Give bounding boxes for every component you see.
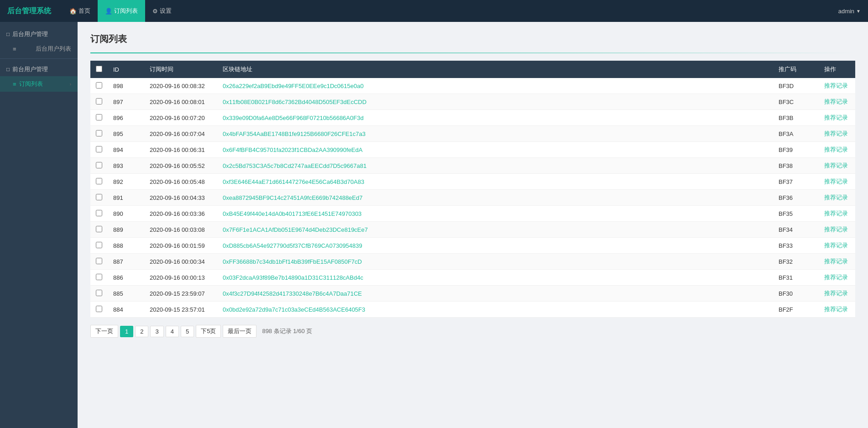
row-checkbox-cell — [90, 270, 108, 286]
row-id: 889 — [108, 222, 144, 238]
page-button-4[interactable]: 4 — [166, 326, 179, 337]
prev-page-button[interactable]: 下一页 — [90, 325, 118, 338]
row-action: 推荐记录 — [819, 94, 855, 110]
row-checkbox[interactable] — [96, 82, 102, 89]
row-checkbox-cell — [90, 142, 108, 158]
row-checkbox-cell — [90, 158, 108, 174]
addr-link[interactable]: 0x11fb08E0B021F8d6c7362Bd4048D505EF3dEcC… — [223, 99, 366, 105]
nav-item-settings[interactable]: ⚙ 设置 — [145, 0, 179, 22]
row-checkbox[interactable] — [96, 178, 102, 184]
action-link[interactable]: 推荐记录 — [824, 210, 848, 217]
addr-link[interactable]: 0x6F4fBFB4C95701fa2023f1CBDa2AA390990feE… — [223, 146, 362, 153]
sidebar-group-admin-user[interactable]: □ 后台用户管理 — [0, 26, 78, 41]
action-link[interactable]: 推荐记录 — [824, 98, 848, 105]
row-promo: BF3B — [773, 110, 819, 126]
action-link[interactable]: 推荐记录 — [824, 226, 848, 233]
table-row: 894 2020-09-16 00:06:31 0x6F4fBFB4C95701… — [90, 142, 855, 158]
subscribe-icon: 👤 — [105, 8, 112, 15]
settings-icon: ⚙ — [152, 8, 158, 15]
layout: □ 后台用户管理 ≡ 后台用户列表 □ 前台用户管理 ≡ 订阅列表 › 订阅列表 — [0, 22, 868, 428]
row-checkbox-cell — [90, 190, 108, 206]
th-id: ID — [108, 61, 144, 78]
addr-link[interactable]: 0x4bFAF354AaBE1748B1fe9125B6680F26CFE1c7… — [223, 130, 366, 137]
action-link[interactable]: 推荐记录 — [824, 274, 848, 281]
row-checkbox-cell — [90, 238, 108, 254]
action-link[interactable]: 推荐记录 — [824, 194, 848, 201]
row-checkbox[interactable] — [96, 130, 102, 136]
row-checkbox[interactable] — [96, 274, 102, 280]
action-link[interactable]: 推荐记录 — [824, 306, 848, 313]
row-id: 888 — [108, 238, 144, 254]
table-row: 897 2020-09-16 00:08:01 0x11fb08E0B021F8… — [90, 94, 855, 110]
select-all-checkbox[interactable] — [96, 66, 102, 72]
row-id: 898 — [108, 78, 144, 94]
jump5-button[interactable]: 下5页 — [196, 325, 221, 338]
row-checkbox[interactable] — [96, 98, 102, 104]
row-action: 推荐记录 — [819, 158, 855, 174]
page-button-1[interactable]: 1 — [120, 326, 133, 337]
th-action: 操作 — [819, 61, 855, 78]
row-checkbox[interactable] — [96, 258, 102, 264]
addr-link[interactable]: 0xFF36688b7c34db1bFf14bB39fFbE15AF0850F7… — [223, 258, 362, 265]
row-id: 890 — [108, 206, 144, 222]
nav-item-home[interactable]: 🏠 首页 — [62, 0, 98, 22]
nav-label-subscribe: 订阅列表 — [114, 7, 138, 15]
addr-link[interactable]: 0xB45E49f440e14dA0b401713fE6E1451E749703… — [223, 210, 361, 217]
addr-link[interactable]: 0x26a229ef2aB9Ebd9e49FF5E0EEe9c1Dc0615e0… — [223, 83, 364, 89]
action-link[interactable]: 推荐记录 — [824, 290, 848, 297]
table-row: 888 2020-09-16 00:01:59 0xD885cb6A54e927… — [90, 238, 855, 254]
table-row: 884 2020-09-15 23:57:01 0x0bd2e92a72d9a7… — [90, 302, 855, 318]
action-link[interactable]: 推荐记录 — [824, 242, 848, 249]
row-checkbox[interactable] — [96, 226, 102, 232]
addr-link[interactable]: 0x03F2dcaA93f89Be7b14890a1D31C311128cABd… — [223, 274, 363, 281]
table-row: 892 2020-09-16 00:05:48 0xf3E646E44aE71d… — [90, 174, 855, 190]
action-link[interactable]: 推荐记录 — [824, 146, 848, 153]
row-promo: BF32 — [773, 254, 819, 270]
addr-link[interactable]: 0x339e09D0fa6Ae8D5e66F968F07210b56686A0F… — [223, 115, 364, 121]
addr-link[interactable]: 0xD885cb6A54e927790d5f37CfB769CA07309548… — [223, 242, 362, 249]
row-id: 887 — [108, 254, 144, 270]
sidebar-item-subscribe-list[interactable]: ≡ 订阅列表 › — [0, 76, 78, 92]
addr-link[interactable]: 0x4f3c27D94f42582d417330248e7B6c4A7Daa71… — [223, 290, 362, 297]
row-id: 893 — [108, 158, 144, 174]
nav-item-subscribe[interactable]: 👤 订阅列表 — [98, 0, 145, 22]
table-header-row: ID 订阅时间 区块链地址 推广码 操作 — [90, 61, 855, 78]
row-checkbox[interactable] — [96, 290, 102, 296]
sidebar-divider — [0, 58, 78, 59]
page-button-5[interactable]: 5 — [181, 326, 194, 337]
row-time: 2020-09-16 00:03:08 — [144, 222, 217, 238]
row-checkbox[interactable] — [96, 114, 102, 120]
row-checkbox[interactable] — [96, 210, 102, 216]
page-button-2[interactable]: 2 — [135, 326, 148, 337]
row-promo: BF37 — [773, 174, 819, 190]
th-check — [90, 61, 108, 78]
row-checkbox[interactable] — [96, 146, 102, 152]
row-checkbox[interactable] — [96, 194, 102, 200]
sidebar-item-admin-user-list[interactable]: ≡ 后台用户列表 — [0, 41, 78, 57]
addr-link[interactable]: 0xf3E646E44aE71d661447276e4E56Ca64B3d70A… — [223, 178, 364, 185]
addr-link[interactable]: 0x2c5Bd753C3A5c7b8Cd2747aaEECdd7D5c9667a… — [223, 162, 366, 169]
page-button-3[interactable]: 3 — [150, 326, 163, 337]
row-action: 推荐记录 — [819, 206, 855, 222]
action-link[interactable]: 推荐记录 — [824, 114, 848, 121]
row-time: 2020-09-16 00:05:52 — [144, 158, 217, 174]
action-link[interactable]: 推荐记录 — [824, 162, 848, 169]
row-checkbox[interactable] — [96, 306, 102, 312]
action-link[interactable]: 推荐记录 — [824, 82, 848, 89]
action-link[interactable]: 推荐记录 — [824, 130, 848, 137]
row-addr: 0xea8872945BF9C14c27451A9fcE669b742488eE… — [217, 190, 773, 206]
row-addr: 0x0bd2e92a72d9a7c71c03a3eCEd4B563ACE6405… — [217, 302, 773, 318]
addr-link[interactable]: 0x0bd2e92a72d9a7c71c03a3eCEd4B563ACE6405… — [223, 306, 365, 313]
addr-link[interactable]: 0x7F6F1e1ACA1AfDb051E9674d4Deb23DCe819cE… — [223, 226, 368, 233]
addr-link[interactable]: 0xea8872945BF9C14c27451A9fcE669b742488eE… — [223, 194, 362, 201]
action-link[interactable]: 推荐记录 — [824, 258, 848, 265]
row-addr: 0x4f3c27D94f42582d417330248e7B6c4A7Daa71… — [217, 286, 773, 302]
last-page-button[interactable]: 最后一页 — [223, 325, 256, 338]
action-link[interactable]: 推荐记录 — [824, 178, 848, 185]
row-addr: 0xf3E646E44aE71d661447276e4E56Ca64B3d70A… — [217, 174, 773, 190]
row-checkbox[interactable] — [96, 162, 102, 168]
row-checkbox[interactable] — [96, 242, 102, 248]
nav-label-settings: 设置 — [160, 7, 172, 15]
square-icon-2: □ — [6, 66, 10, 73]
sidebar-group-front-user[interactable]: □ 前台用户管理 — [0, 61, 78, 76]
